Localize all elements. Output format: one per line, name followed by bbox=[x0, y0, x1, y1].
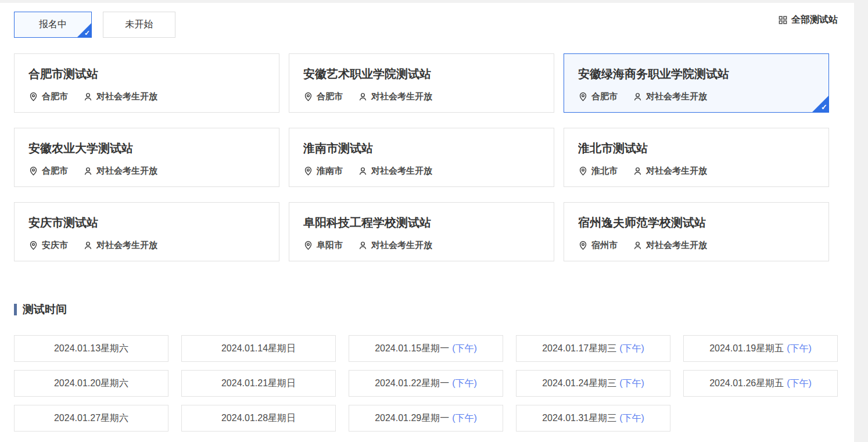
station-audience: 对社会考生开放 bbox=[96, 240, 157, 251]
station-city: 合肥市 bbox=[42, 91, 68, 102]
date-label: 2024.01.15星期一 bbox=[375, 343, 449, 355]
station-meta: 安庆市 对社会考生开放 bbox=[28, 240, 265, 251]
station-name: 安徽农业大学测试站 bbox=[28, 141, 265, 156]
person-icon bbox=[358, 166, 368, 176]
test-date-cell[interactable]: 2024.01.17星期三 (下午) bbox=[516, 335, 670, 362]
station-card[interactable]: 安庆市测试站 安庆市 对社会考生开放 bbox=[14, 202, 279, 261]
station-meta: 淮南市 对社会考生开放 bbox=[303, 166, 540, 177]
date-label: 2024.01.17星期三 bbox=[542, 343, 616, 355]
station-audience: 对社会考生开放 bbox=[371, 91, 432, 102]
station-city-item: 宿州市 bbox=[578, 240, 618, 251]
station-meta: 合肥市 对社会考生开放 bbox=[28, 166, 265, 177]
map-pin-icon bbox=[28, 240, 38, 250]
selected-corner-icon: ✓ bbox=[77, 23, 92, 38]
station-card[interactable]: 阜阳科技工程学校测试站 阜阳市 对社会考生开放 bbox=[289, 202, 554, 261]
section-bar-icon bbox=[14, 304, 17, 315]
person-icon bbox=[83, 240, 93, 250]
section-header: 测试时间 bbox=[14, 302, 838, 317]
tab-registering[interactable]: 报名中 ✓ bbox=[14, 12, 92, 38]
test-date-cell[interactable]: 2024.01.14星期日 bbox=[181, 335, 336, 362]
status-tabs: 报名中 ✓ 未开始 bbox=[14, 12, 175, 38]
map-pin-icon bbox=[303, 92, 313, 102]
station-city: 淮南市 bbox=[317, 166, 343, 177]
station-audience-item: 对社会考生开放 bbox=[633, 240, 707, 251]
date-label: 2024.01.24星期三 bbox=[542, 378, 616, 390]
date-grid: 2024.01.13星期六 2024.01.14星期日 2024.01.15星期… bbox=[14, 335, 838, 432]
station-audience: 对社会考生开放 bbox=[96, 166, 157, 177]
all-stations-link[interactable]: 全部测试站 bbox=[779, 14, 838, 26]
station-meta: 合肥市 对社会考生开放 bbox=[303, 91, 540, 102]
check-icon: ✓ bbox=[84, 30, 90, 37]
test-date-cell[interactable]: 2024.01.19星期五 (下午) bbox=[683, 335, 838, 362]
test-date-cell[interactable]: 2024.01.28星期日 bbox=[181, 405, 336, 432]
date-label: 2024.01.14星期日 bbox=[221, 343, 296, 355]
station-card[interactable]: 安徽艺术职业学院测试站 合肥市 对社会考生开放 bbox=[289, 53, 554, 113]
station-audience-item: 对社会考生开放 bbox=[358, 240, 432, 251]
station-audience-item: 对社会考生开放 bbox=[83, 91, 157, 102]
station-meta: 淮北市 对社会考生开放 bbox=[578, 166, 815, 177]
station-city-item: 合肥市 bbox=[28, 91, 68, 102]
test-date-cell[interactable]: 2024.01.13星期六 bbox=[14, 335, 168, 362]
station-city: 合肥市 bbox=[42, 166, 68, 177]
station-card[interactable]: 淮北市测试站 淮北市 对社会考生开放 bbox=[564, 128, 829, 187]
station-city: 合肥市 bbox=[317, 91, 343, 102]
date-label: 2024.01.29星期一 bbox=[375, 412, 449, 425]
station-audience: 对社会考生开放 bbox=[371, 240, 432, 251]
date-label: 2024.01.13星期六 bbox=[54, 343, 128, 355]
station-meta: 阜阳市 对社会考生开放 bbox=[303, 240, 540, 251]
tab-not-started[interactable]: 未开始 bbox=[103, 12, 175, 38]
test-date-cell[interactable]: 2024.01.29星期一 (下午) bbox=[349, 405, 503, 432]
station-meta: 合肥市 对社会考生开放 bbox=[578, 91, 815, 102]
date-label: 2024.01.28星期日 bbox=[221, 412, 296, 425]
date-label: 2024.01.26星期五 bbox=[709, 378, 784, 390]
date-label: 2024.01.27星期六 bbox=[54, 412, 128, 425]
station-card[interactable]: 淮南市测试站 淮南市 对社会考生开放 bbox=[289, 128, 554, 187]
station-audience-item: 对社会考生开放 bbox=[633, 91, 707, 102]
person-icon bbox=[358, 240, 368, 250]
test-date-cell[interactable]: 2024.01.27星期六 bbox=[14, 405, 168, 432]
test-date-cell[interactable]: 2024.01.26星期五 (下午) bbox=[683, 370, 838, 397]
grid-icon bbox=[779, 16, 787, 24]
test-date-cell[interactable]: 2024.01.22星期一 (下午) bbox=[349, 370, 503, 397]
test-date-cell[interactable]: 2024.01.21星期日 bbox=[181, 370, 336, 397]
station-city: 安庆市 bbox=[42, 240, 68, 251]
date-label: 2024.01.19星期五 bbox=[709, 343, 784, 355]
person-icon bbox=[633, 166, 643, 176]
map-pin-icon bbox=[303, 240, 313, 250]
station-meta: 宿州市 对社会考生开放 bbox=[578, 240, 815, 251]
station-card[interactable]: 宿州逸夫师范学校测试站 宿州市 对社会考生开放 bbox=[564, 202, 829, 261]
test-date-cell[interactable]: 2024.01.24星期三 (下午) bbox=[516, 370, 670, 397]
date-label: 2024.01.20星期六 bbox=[54, 378, 128, 390]
map-pin-icon bbox=[28, 166, 38, 176]
station-name: 宿州逸夫师范学校测试站 bbox=[578, 215, 815, 230]
date-session-label: (下午) bbox=[452, 412, 477, 425]
station-audience: 对社会考生开放 bbox=[646, 166, 707, 177]
station-card[interactable]: 合肥市测试站 合肥市 对社会考生开放 bbox=[14, 53, 279, 113]
page-container: 报名中 ✓ 未开始 全部测试站 合肥市 bbox=[0, 3, 854, 442]
map-pin-icon bbox=[303, 166, 313, 176]
station-audience: 对社会考生开放 bbox=[646, 91, 707, 102]
header-row: 报名中 ✓ 未开始 全部测试站 bbox=[14, 12, 838, 38]
station-city-item: 淮北市 bbox=[578, 166, 618, 177]
date-session-label: (下午) bbox=[452, 343, 477, 355]
test-date-cell[interactable]: 2024.01.15星期一 (下午) bbox=[349, 335, 503, 362]
station-audience: 对社会考生开放 bbox=[96, 91, 157, 102]
station-name: 阜阳科技工程学校测试站 bbox=[303, 215, 540, 230]
station-card[interactable]: 安徽农业大学测试站 合肥市 对社会考生开放 bbox=[14, 128, 279, 187]
map-pin-icon bbox=[578, 166, 588, 176]
map-pin-icon bbox=[28, 92, 38, 102]
check-icon: ✓ bbox=[821, 103, 827, 111]
station-city: 阜阳市 bbox=[317, 240, 343, 251]
station-meta: 合肥市 对社会考生开放 bbox=[28, 91, 265, 102]
station-card[interactable]: 安徽绿海商务职业学院测试站 合肥市 对社会考生开放 ✓ bbox=[564, 53, 829, 113]
date-label: 2024.01.31星期三 bbox=[542, 412, 616, 425]
tab-registering-label: 报名中 bbox=[39, 19, 67, 31]
test-date-cell[interactable]: 2024.01.31星期三 (下午) bbox=[516, 405, 670, 432]
test-date-cell[interactable]: 2024.01.20星期六 bbox=[14, 370, 168, 397]
station-city-item: 合肥市 bbox=[28, 166, 68, 177]
station-name: 安徽艺术职业学院测试站 bbox=[303, 66, 540, 81]
all-stations-label: 全部测试站 bbox=[791, 14, 838, 26]
person-icon bbox=[633, 92, 643, 102]
person-icon bbox=[633, 240, 643, 250]
station-audience: 对社会考生开放 bbox=[371, 166, 432, 177]
